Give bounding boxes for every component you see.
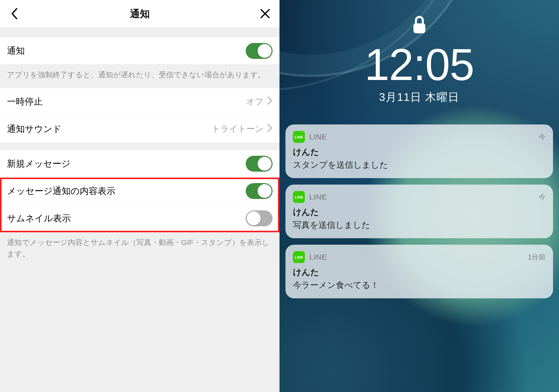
row-show-content: メッセージ通知の内容表示 <box>0 178 280 205</box>
notification-body: 写真を送信しました <box>293 219 546 231</box>
row-label: 通知 <box>7 45 246 57</box>
notification-app-name: LINE <box>309 133 539 141</box>
toggle-show-content[interactable] <box>246 183 273 199</box>
chevron-right-icon <box>267 123 273 135</box>
row-label: サムネイル表示 <box>7 212 246 225</box>
row-sound[interactable]: 通知サウンド トライトーン <box>0 116 280 143</box>
row-notifications: 通知 <box>0 37 280 65</box>
svg-rect-2 <box>413 23 425 33</box>
line-app-icon: LINE <box>293 191 305 203</box>
page-title: 通知 <box>130 7 150 21</box>
lockscreen-clock: 12:05 <box>364 42 474 87</box>
notification-sender: けんた <box>293 206 546 218</box>
notification-sender: けんた <box>293 146 546 158</box>
toggle-show-thumbnail[interactable] <box>246 210 273 226</box>
notification-list: LINE LINE 今 けんた スタンプを送信しました LINE LINE 今 … <box>280 124 559 298</box>
settings-navbar: 通知 <box>0 0 280 27</box>
helper-text: 通知でメッセージ内容とサムネイル（写真・動画・GIF・スタンプ）を表示します。 <box>0 232 280 267</box>
notification-time: 1分前 <box>528 252 546 262</box>
toggle-knob <box>258 157 272 171</box>
toggle-knob <box>258 184 272 198</box>
line-app-icon: LINE <box>293 251 305 263</box>
notification-body: 今ラーメン食べてる！ <box>293 279 546 291</box>
notification-card[interactable]: LINE LINE 1分前 けんた 今ラーメン食べてる！ <box>285 245 553 298</box>
toggle-knob <box>258 44 272 58</box>
close-button[interactable] <box>258 6 273 21</box>
chevron-left-icon <box>11 8 18 20</box>
row-new-message: 新規メッセージ <box>0 150 280 178</box>
lockscreen-header: 12:05 3月11日 木曜日 <box>280 0 559 105</box>
notification-header: LINE LINE 今 <box>293 191 546 203</box>
row-label: 一時停止 <box>7 96 246 108</box>
settings-body: 通知 アプリを強制終了すると、通知が遅れたり、受信できない場合があります。 一時… <box>0 37 280 392</box>
section-gap <box>0 143 280 150</box>
notification-header: LINE LINE 今 <box>293 131 546 143</box>
row-value: トライトーン <box>212 123 264 135</box>
lockscreen-pane: 12:05 3月11日 木曜日 LINE LINE 今 けんた スタンプを送信し… <box>280 0 559 392</box>
notification-body: スタンプを送信しました <box>293 159 546 171</box>
highlighted-rows: メッセージ通知の内容表示 サムネイル表示 <box>0 178 280 232</box>
toggle-new-message[interactable] <box>246 156 273 172</box>
chevron-right-icon <box>267 96 273 107</box>
settings-pane: 通知 通知 アプリを強制終了すると、通知が遅れたり、受信できない場合があります。… <box>0 0 280 392</box>
lock-icon <box>412 15 427 35</box>
line-app-icon: LINE <box>293 131 305 143</box>
notification-time: 今 <box>539 192 546 202</box>
notification-card[interactable]: LINE LINE 今 けんた 写真を送信しました <box>285 185 553 238</box>
row-show-thumbnail: サムネイル表示 <box>0 205 280 232</box>
notification-time: 今 <box>539 132 546 142</box>
lockscreen-date: 3月11日 木曜日 <box>379 90 460 105</box>
row-label: 通知サウンド <box>7 123 212 135</box>
toggle-knob <box>247 211 261 225</box>
helper-text: アプリを強制終了すると、通知が遅れたり、受信できない場合があります。 <box>0 65 280 88</box>
notification-header: LINE LINE 1分前 <box>293 251 546 263</box>
notification-app-name: LINE <box>309 253 528 261</box>
row-label: 新規メッセージ <box>7 158 246 170</box>
row-value: オフ <box>246 96 264 107</box>
row-pause[interactable]: 一時停止 オフ <box>0 88 280 116</box>
toggle-notifications[interactable] <box>246 43 273 59</box>
notification-sender: けんた <box>293 267 546 278</box>
close-icon <box>260 8 270 19</box>
notification-card[interactable]: LINE LINE 今 けんた スタンプを送信しました <box>285 124 553 178</box>
back-button[interactable] <box>7 6 22 21</box>
row-label: メッセージ通知の内容表示 <box>7 185 246 197</box>
notification-app-name: LINE <box>309 193 539 201</box>
